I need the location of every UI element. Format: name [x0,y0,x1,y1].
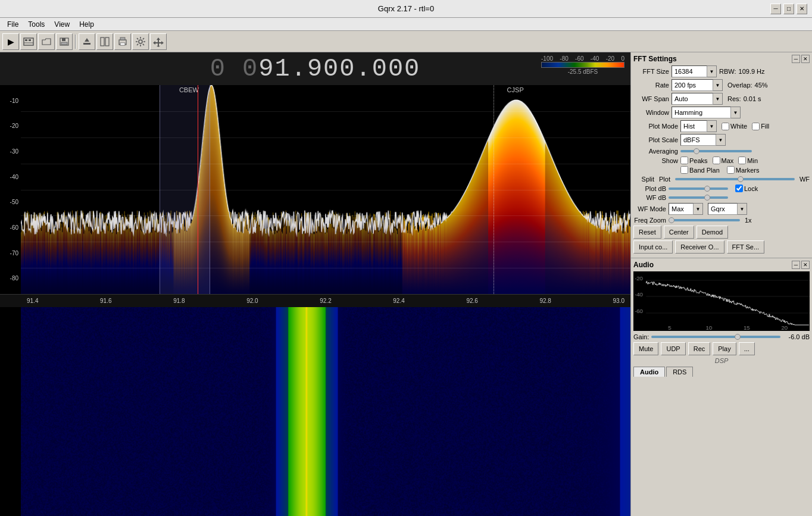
fft-minimize-btn[interactable]: ─ [792,55,800,63]
averaging-slider[interactable] [680,150,752,152]
wfspan-row: WF Span ▼ Res: 0.01 s [633,93,810,105]
window-arrow[interactable]: ▼ [731,107,741,118]
svg-rect-6 [61,42,67,45]
move-button[interactable] [150,33,167,50]
waterfall-area[interactable] [0,307,630,516]
wf-span-input[interactable] [672,93,713,105]
demod-button[interactable]: Demod [697,226,728,239]
tab-rds[interactable]: RDS [666,367,693,377]
y-label-80: -80 [0,275,21,282]
marker-line [494,85,494,294]
print-button[interactable] [114,33,131,50]
show-row: Show Peaks Max Min [633,157,810,164]
minimize-button[interactable]: ─ [770,4,781,14]
rate-input[interactable] [672,79,713,91]
white-checkbox-label: White [722,123,747,130]
fft-se-button[interactable]: FFT Se... [727,240,765,254]
y-label-60: -60 [0,224,21,231]
wf-db-slider[interactable] [669,196,728,199]
white-checkbox[interactable] [722,123,729,130]
download-button[interactable] [79,33,95,50]
rec-button[interactable]: Rec [688,342,711,355]
max-checkbox[interactable] [713,157,720,164]
spectrum-canvas [21,85,630,294]
wf-span-arrow[interactable]: ▼ [713,93,723,105]
split-label: Split [633,176,654,183]
split-button[interactable] [96,33,113,50]
plot-scale-input[interactable] [680,134,716,146]
receiver-o-button[interactable]: Receiver O... [675,240,724,254]
menu-tools[interactable]: Tools [23,19,49,30]
fft-settings-panel: FFT Settings ─ ✕ FFT Size ▼ RBW: 109.9 H… [631,52,812,258]
window-combo: ▼ [672,107,741,118]
play-button[interactable]: ▶ [2,33,19,50]
wf-color-arrow[interactable]: ▼ [738,203,747,215]
audio-minimize-btn[interactable]: ─ [792,261,800,269]
center-button[interactable]: Center [664,226,694,239]
freq-axis-labels: 91.4 91.6 91.8 92.0 92.2 92.4 92.6 92.8 … [21,298,630,304]
audio-close-btn[interactable]: ✕ [801,261,810,269]
gain-value: -6.0 dB [783,333,810,340]
band-plan-checkbox[interactable] [680,166,688,174]
svg-rect-9 [101,37,104,46]
wf-mode-input[interactable] [669,203,694,215]
split-slider[interactable] [675,178,795,180]
mute-button[interactable]: Mute [633,342,658,355]
y-label-50: -50 [0,199,21,205]
title-bar: Gqrx 2.17 - rtl=0 ─ □ ✕ [0,0,812,18]
menu-view[interactable]: View [49,19,74,30]
freq-scale-db: -25.5 dBFS [541,68,624,75]
save-button[interactable] [56,33,73,50]
input-co-button[interactable]: Input co... [633,240,673,254]
wf-color-input[interactable] [708,203,738,215]
window-input[interactable] [672,107,731,118]
settings-button[interactable] [132,33,149,50]
peaks-checkbox[interactable] [680,157,688,164]
station-cjsp: CJSP [507,86,524,93]
fft-size-arrow[interactable]: ▼ [707,65,717,77]
fill-checkbox[interactable] [752,123,760,130]
hardware-button[interactable] [20,33,37,50]
plot-scale-combo: ▼ [680,134,726,146]
gain-slider[interactable] [651,336,780,338]
plot-db-label: Plot dB [633,185,666,192]
maximize-button[interactable]: □ [783,4,794,14]
tab-audio[interactable]: Audio [633,367,665,377]
freq-zoom-label: Freq Zoom [633,217,666,224]
svg-marker-8 [85,38,89,42]
plot-db-slider[interactable] [669,187,728,190]
close-button[interactable]: ✕ [797,4,807,14]
plot-mode-input[interactable] [680,120,707,132]
rate-arrow[interactable]: ▼ [713,79,723,91]
udp-button[interactable]: UDP [661,342,685,355]
wf-span-combo: ▼ [672,93,723,105]
fill-label: Fill [761,123,769,130]
fft-close-btn[interactable]: ✕ [801,55,810,63]
svg-rect-10 [105,37,109,46]
split-row: Split Plot WF [633,176,810,183]
svg-rect-2 [29,39,31,41]
wf-mode-combo: ▼ [669,203,703,215]
freq-zoom-slider[interactable] [669,219,740,221]
min-checkbox[interactable] [738,157,746,164]
frequency-display: 0 091.900.000 -100 -80 -60 -40 -20 0 -25… [0,52,630,85]
plot-mode-arrow[interactable]: ▼ [707,120,717,132]
markers-checkbox[interactable] [727,166,735,174]
reset-button[interactable]: Reset [633,226,661,239]
play-button-audio[interactable]: Play [713,342,736,355]
more-button[interactable]: ... [739,342,755,355]
station-cbew: CBEW [179,86,199,93]
svg-rect-12 [120,37,125,40]
menu-file[interactable]: File [2,19,23,30]
menu-help[interactable]: Help [74,19,99,30]
plot-scale-arrow[interactable]: ▼ [716,134,726,146]
spectrum-plot[interactable]: -10 -20 -30 -40 -50 -60 -70 -80 CBEW CJS… [0,85,630,294]
spectrum-area[interactable]: 0 091.900.000 -100 -80 -60 -40 -20 0 -25… [0,52,630,516]
lock-checkbox[interactable] [735,184,743,192]
overlap-value: 45% [755,82,768,89]
fft-size-input[interactable] [672,65,707,77]
window-title: Gqrx 2.17 - rtl=0 [378,4,434,13]
open-button[interactable] [38,33,55,50]
wf-mode-arrow[interactable]: ▼ [694,203,703,215]
fft-more-buttons-row: Input co... Receiver O... FFT Se... [633,240,810,254]
